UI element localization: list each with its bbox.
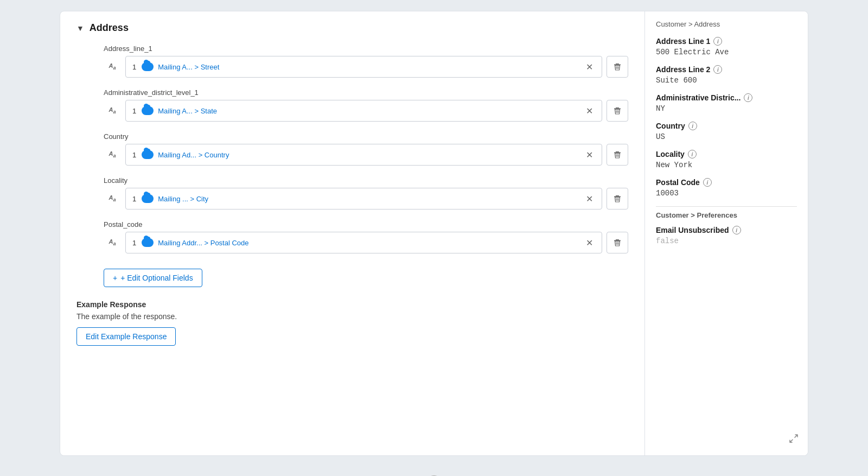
clear-field-button-locality[interactable]: ✕ — [584, 192, 595, 206]
salesforce-cloud-icon-administrative_district_level_1 — [142, 106, 154, 115]
clear-field-button-country[interactable]: ✕ — [584, 148, 595, 162]
field-label-locality: Locality — [104, 176, 628, 185]
type-icon-postal_code: Aa — [104, 234, 121, 251]
field-input-address_line_1[interactable]: 1 Mailing A... > Street ✕ — [125, 56, 602, 78]
right-field-value-0: 500 Electric Ave — [656, 48, 797, 56]
delete-field-button-locality[interactable] — [607, 188, 628, 210]
edit-optional-fields-button[interactable]: + + Edit Optional Fields — [104, 269, 202, 287]
prefs-info-icon-0[interactable]: i — [732, 226, 741, 234]
right-prefs-value-0: false — [656, 237, 797, 245]
field-number-postal_code: 1 — [132, 239, 136, 247]
main-container: ▼ Address Address_line_1 Aa 1 Mailing A.… — [60, 11, 808, 456]
trash-icon-postal_code — [613, 238, 622, 247]
svg-rect-0 — [616, 64, 619, 65]
svg-rect-5 — [616, 107, 619, 109]
field-path-postal_code: Mailing Addr... > Postal Code — [158, 239, 579, 247]
fields-container: Address_line_1 Aa 1 Mailing A... > Stree… — [76, 45, 628, 253]
right-data-field-1: Address Line 2 i Suite 600 — [656, 65, 797, 85]
right-prefs-container: Email Unsubscribed i false — [656, 226, 797, 245]
type-icon-locality: Aa — [104, 190, 121, 207]
info-icon-1[interactable]: i — [713, 65, 722, 74]
field-row-country: Aa 1 Mailing Ad... > Country ✕ — [104, 144, 628, 166]
field-number-locality: 1 — [132, 195, 136, 203]
clear-field-button-administrative_district_level_1[interactable]: ✕ — [584, 104, 595, 118]
right-data-field-5: Postal Code i 10003 — [656, 178, 797, 198]
right-field-name-1: Address Line 2 i — [656, 65, 797, 74]
field-input-country[interactable]: 1 Mailing Ad... > Country ✕ — [125, 144, 602, 166]
info-icon-5[interactable]: i — [703, 178, 712, 187]
field-row-postal_code: Aa 1 Mailing Addr... > Postal Code ✕ — [104, 232, 628, 253]
field-group-address_line_1: Address_line_1 Aa 1 Mailing A... > Stree… — [76, 45, 628, 78]
right-data-field-2: Administrative Distric... i NY — [656, 93, 797, 113]
svg-rect-10 — [616, 151, 619, 153]
field-group-locality: Locality Aa 1 Mailing ... > City ✕ — [76, 176, 628, 210]
field-number-address_line_1: 1 — [132, 63, 136, 71]
field-path-locality: Mailing ... > City — [158, 195, 579, 203]
breadcrumb: Customer > Address — [656, 20, 797, 28]
collapse-chevron-icon[interactable]: ▼ — [76, 24, 84, 33]
expand-icon[interactable] — [788, 433, 799, 447]
delete-field-button-postal_code[interactable] — [607, 232, 628, 253]
delete-field-button-address_line_1[interactable] — [607, 56, 628, 78]
page-wrapper: ▼ Address Address_line_1 Aa 1 Mailing A.… — [0, 0, 868, 476]
trash-icon-address_line_1 — [613, 62, 622, 71]
right-fields-container: Address Line 1 i 500 Electric Ave Addres… — [656, 37, 797, 198]
info-icon-0[interactable]: i — [713, 37, 722, 46]
svg-rect-11 — [614, 153, 621, 154]
right-field-name-3: Country i — [656, 122, 797, 130]
right-field-name-4: Locality i — [656, 150, 797, 158]
right-prefs-name-0: Email Unsubscribed i — [656, 226, 797, 234]
right-prefs-field-0: Email Unsubscribed i false — [656, 226, 797, 245]
plus-icon: + — [113, 274, 117, 282]
right-field-value-2: NY — [656, 104, 797, 113]
field-input-postal_code[interactable]: 1 Mailing Addr... > Postal Code ✕ — [125, 232, 602, 253]
field-path-administrative_district_level_1: Mailing A... > State — [158, 107, 579, 115]
field-path-country: Mailing Ad... > Country — [158, 151, 579, 159]
salesforce-cloud-icon-locality — [142, 194, 154, 203]
type-icon-country: Aa — [104, 146, 121, 163]
right-field-name-5: Postal Code i — [656, 178, 797, 187]
field-row-locality: Aa 1 Mailing ... > City ✕ — [104, 188, 628, 210]
left-panel: ▼ Address Address_line_1 Aa 1 Mailing A.… — [60, 11, 645, 455]
info-icon-4[interactable]: i — [688, 150, 697, 158]
edit-optional-label: + Edit Optional Fields — [120, 274, 193, 282]
field-group-postal_code: Postal_code Aa 1 Mailing Addr... > Posta… — [76, 220, 628, 253]
right-field-name-2: Administrative Distric... i — [656, 93, 797, 102]
right-field-value-1: Suite 600 — [656, 76, 797, 85]
right-data-field-3: Country i US — [656, 122, 797, 141]
salesforce-cloud-icon-country — [142, 150, 154, 159]
field-input-administrative_district_level_1[interactable]: 1 Mailing A... > State ✕ — [125, 100, 602, 122]
field-label-postal_code: Postal_code — [104, 220, 628, 229]
delete-field-button-administrative_district_level_1[interactable] — [607, 100, 628, 122]
right-panel: Customer > Address Address Line 1 i 500 … — [645, 11, 808, 455]
type-icon-address_line_1: Aa — [104, 58, 121, 75]
field-group-administrative_district_level_1: Administrative_district_level_1 Aa 1 Mai… — [76, 88, 628, 122]
trash-icon-locality — [613, 194, 622, 203]
right-data-field-0: Address Line 1 i 500 Electric Ave — [656, 37, 797, 56]
field-path-address_line_1: Mailing A... > Street — [158, 63, 579, 71]
right-data-field-4: Locality i New York — [656, 150, 797, 169]
field-row-administrative_district_level_1: Aa 1 Mailing A... > State ✕ — [104, 100, 628, 122]
trash-icon-country — [613, 150, 622, 159]
info-icon-2[interactable]: i — [744, 93, 752, 102]
svg-rect-6 — [614, 109, 621, 110]
salesforce-cloud-icon-postal_code — [142, 238, 154, 247]
edit-example-response-button[interactable]: Edit Example Response — [76, 327, 176, 346]
svg-rect-20 — [616, 239, 619, 240]
field-number-country: 1 — [132, 151, 136, 159]
example-response-section: Example Response The example of the resp… — [76, 300, 628, 346]
clear-field-button-postal_code[interactable]: ✕ — [584, 236, 595, 250]
clear-field-button-address_line_1[interactable]: ✕ — [584, 60, 595, 74]
field-input-locality[interactable]: 1 Mailing ... > City ✕ — [125, 188, 602, 210]
field-label-administrative_district_level_1: Administrative_district_level_1 — [104, 88, 628, 97]
delete-field-button-country[interactable] — [607, 144, 628, 166]
example-response-text: The example of the response. — [76, 312, 628, 321]
info-icon-3[interactable]: i — [688, 122, 697, 130]
edit-example-label: Edit Example Response — [86, 332, 167, 341]
trash-icon-administrative_district_level_1 — [613, 106, 622, 115]
field-label-address_line_1: Address_line_1 — [104, 45, 628, 53]
type-icon-administrative_district_level_1: Aa — [104, 102, 121, 119]
field-label-country: Country — [104, 132, 628, 141]
svg-rect-16 — [614, 196, 621, 198]
right-field-value-4: New York — [656, 161, 797, 169]
